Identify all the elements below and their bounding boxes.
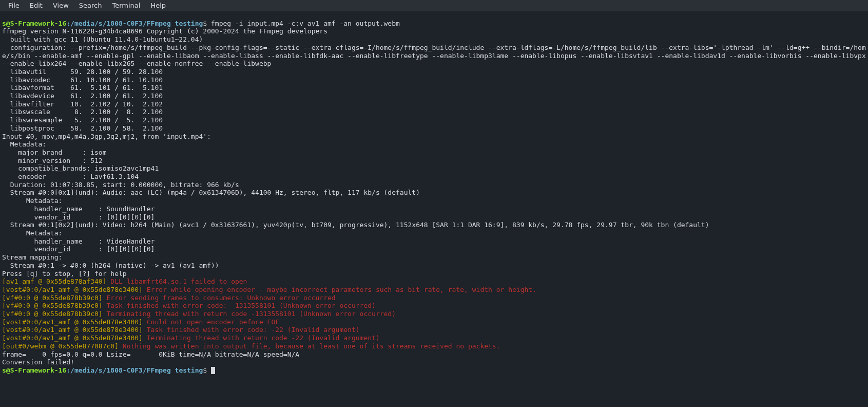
menu-search[interactable]: Search bbox=[74, 1, 107, 11]
error-message: Terminating thread with return code -131… bbox=[107, 310, 396, 318]
output-line: Stream #0:1[0x2](und): Video: h264 (Main… bbox=[2, 221, 709, 229]
output-line: major_brand : isom bbox=[2, 149, 107, 156]
prompt-user: s@S-Framework-16 bbox=[2, 20, 66, 27]
output-line: Stream #0:1 -> #0:0 (h264 (native) -> av… bbox=[2, 262, 219, 269]
output-line: Press [q] to stop, [?] for help bbox=[2, 270, 127, 278]
error-message: Error while opening encoder - maybe inco… bbox=[147, 286, 536, 293]
output-line: libavformat 61. 5.101 / 61. 5.101 bbox=[2, 84, 163, 91]
menu-edit[interactable]: Edit bbox=[25, 1, 48, 11]
error-context: [vost#0:0/av1_amf @ 0x55de878e3400] bbox=[2, 318, 147, 326]
error-context: [vost#0:0/av1_amf @ 0x55de878e3400] bbox=[2, 286, 147, 293]
error-message: Terminating thread with return code -22 … bbox=[147, 334, 380, 342]
error-context: [vf#0:0 @ 0x55de878b39c0] bbox=[2, 302, 107, 309]
output-line: vendor_id : [0][0][0][0] bbox=[2, 213, 155, 221]
error-message: Task finished with error code: -13135581… bbox=[107, 302, 376, 309]
prompt-dollar: $ bbox=[203, 20, 211, 27]
output-line: encoder : Lavf61.3.104 bbox=[2, 173, 139, 180]
cursor bbox=[211, 367, 215, 374]
prompt-user: s@S-Framework-16 bbox=[2, 366, 66, 374]
output-line: built with gcc 11 (Ubuntu 11.4.0-1ubuntu… bbox=[2, 35, 203, 43]
error-context: [vf#0:0 @ 0x55de878b39c0] bbox=[2, 294, 107, 302]
output-line: libavutil 59. 28.100 / 59. 28.100 bbox=[2, 68, 163, 76]
error-context: [vost#0:0/av1_amf @ 0x55de878e3400] bbox=[2, 326, 147, 334]
output-line: libswscale 8. 2.100 / 8. 2.100 bbox=[2, 108, 163, 116]
output-line: configuration: --prefix=/home/s/ffmpeg_b… bbox=[2, 44, 866, 68]
output-line: minor_version : 512 bbox=[2, 157, 103, 164]
output-line: handler_name : SoundHandler bbox=[2, 205, 155, 213]
terminal-output[interactable]: s@S-Framework-16:/media/s/1808-C0F3/FFmp… bbox=[0, 11, 868, 377]
output-line: vendor_id : [0][0][0][0] bbox=[2, 245, 155, 253]
menu-file[interactable]: File bbox=[3, 1, 25, 11]
output-line: Metadata: bbox=[2, 229, 62, 237]
error-message: Task finished with error code: -22 (Inva… bbox=[147, 326, 360, 334]
error-context: [out#0/webm @ 0x55de877087c0] bbox=[2, 342, 123, 350]
error-context: [vf#0:0 @ 0x55de878b39c0] bbox=[2, 310, 107, 318]
output-line: frame= 0 fps=0.0 q=0.0 Lsize= 0KiB time=… bbox=[2, 350, 299, 358]
output-line: libavcodec 61. 10.100 / 61. 10.100 bbox=[2, 76, 163, 84]
output-line: libavfilter 10. 2.102 / 10. 2.102 bbox=[2, 100, 163, 108]
error-message: Nothing was written into output file, be… bbox=[123, 342, 500, 350]
prompt-colon: : bbox=[66, 20, 70, 27]
error-context: [av1_amf @ 0x55de878af340] bbox=[2, 278, 110, 285]
prompt-path: /media/s/1808-C0F3/FFmpeg testing bbox=[70, 20, 203, 27]
output-line: Duration: 01:07:38.85, start: 0.000000, … bbox=[2, 181, 239, 189]
output-line: Input #0, mov,mp4,m4a,3gp,3g2,mj2, from … bbox=[2, 133, 211, 140]
output-line: ffmpeg version N-116228-g34b4ca8696 Copy… bbox=[2, 27, 327, 35]
output-line: libpostproc 58. 2.100 / 58. 2.100 bbox=[2, 124, 163, 132]
error-message: DLL libamfrt64.so.1 failed to open bbox=[110, 278, 247, 285]
error-message: Could not open encoder before EOF bbox=[147, 318, 279, 326]
output-line: libswresample 5. 2.100 / 5. 2.100 bbox=[2, 116, 163, 124]
menu-terminal[interactable]: Terminal bbox=[107, 1, 145, 11]
output-line: Stream mapping: bbox=[2, 253, 62, 261]
prompt-path: /media/s/1808-C0F3/FFmpeg testing bbox=[70, 366, 203, 374]
menu-view[interactable]: View bbox=[48, 1, 74, 11]
output-line: Conversion failed! bbox=[2, 358, 74, 366]
error-message: Error sending frames to consumers: Unkno… bbox=[107, 294, 336, 302]
output-line: libavdevice 61. 2.100 / 61. 2.100 bbox=[2, 92, 163, 100]
menu-help[interactable]: Help bbox=[145, 1, 171, 11]
output-line: compatible_brands: isomiso2avc1mp41 bbox=[2, 164, 159, 172]
command-text: fmpeg -i input.mp4 -c:v av1_amf -an outp… bbox=[211, 20, 400, 27]
output-line: Metadata: bbox=[2, 197, 62, 205]
prompt-dollar: $ bbox=[203, 366, 211, 374]
output-line: handler_name : VideoHandler bbox=[2, 237, 155, 245]
output-line: Metadata: bbox=[2, 140, 46, 148]
output-line: Stream #0:0[0x1](und): Audio: aac (LC) (… bbox=[2, 189, 420, 196]
prompt-colon: : bbox=[66, 366, 70, 374]
menubar: File Edit View Search Terminal Help bbox=[0, 0, 868, 11]
error-context: [vost#0:0/av1_amf @ 0x55de878e3400] bbox=[2, 334, 147, 342]
